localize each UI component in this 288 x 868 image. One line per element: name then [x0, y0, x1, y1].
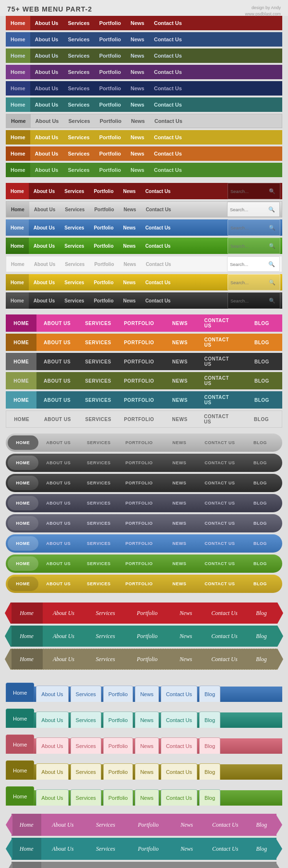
nav-home[interactable]: HOME: [6, 391, 36, 409]
nav-about[interactable]: About Us: [30, 32, 63, 47]
nav-contact[interactable]: Contact Us: [161, 763, 197, 780]
nav-services[interactable]: SERVICES: [78, 411, 119, 427]
nav-portfolio[interactable]: PORTFOLIO: [119, 435, 159, 450]
nav-about[interactable]: About Us: [36, 737, 68, 754]
nav-portfolio[interactable]: PORTFOLIO: [119, 314, 159, 332]
nav-contact[interactable]: Contact Us: [204, 603, 245, 624]
nav-contact[interactable]: Contact Us: [149, 97, 187, 112]
search-input[interactable]: [230, 207, 268, 212]
nav-services[interactable]: SERVICES: [79, 536, 119, 551]
nav-about[interactable]: About Us: [30, 65, 63, 79]
nav-contact[interactable]: Contact Us: [204, 814, 247, 836]
nav-about[interactable]: About Us: [41, 862, 84, 868]
nav-services[interactable]: SERVICES: [79, 556, 119, 571]
nav-home[interactable]: HOME: [6, 372, 36, 389]
nav-home[interactable]: HOME: [6, 314, 36, 332]
nav-services[interactable]: Services: [60, 219, 89, 236]
nav-blog[interactable]: Blog: [245, 626, 277, 647]
nav-portfolio[interactable]: PORTFOLIO: [119, 391, 159, 409]
nav-about[interactable]: ABOUT US: [38, 496, 79, 510]
nav-news[interactable]: News: [168, 649, 204, 669]
nav-home[interactable]: Home: [12, 814, 41, 836]
nav-portfolio[interactable]: PORTFOLIO: [119, 456, 159, 470]
nav-contact[interactable]: CONTACT US: [200, 516, 240, 530]
nav-services[interactable]: Services: [63, 163, 94, 177]
nav-services[interactable]: Services: [63, 16, 94, 30]
nav-contact[interactable]: Contact Us: [149, 16, 187, 30]
nav-about[interactable]: About Us: [43, 649, 84, 669]
nav-services[interactable]: Services: [63, 130, 94, 145]
nav-services[interactable]: Services: [63, 48, 94, 63]
nav-about[interactable]: ABOUT US: [36, 334, 77, 351]
nav-news[interactable]: News: [119, 274, 141, 290]
nav-news[interactable]: News: [169, 814, 204, 836]
nav-about[interactable]: About Us: [30, 16, 63, 30]
nav-blog[interactable]: BLOG: [241, 411, 282, 427]
nav-home[interactable]: Home: [6, 274, 29, 290]
nav-home[interactable]: Home: [6, 256, 29, 272]
nav-about[interactable]: ABOUT US: [36, 353, 77, 370]
nav-about[interactable]: About Us: [29, 274, 60, 290]
nav-about[interactable]: About Us: [29, 256, 60, 272]
nav-blog[interactable]: BLOG: [241, 391, 282, 409]
nav-services[interactable]: SERVICES: [79, 496, 119, 510]
nav-news[interactable]: News: [135, 737, 159, 754]
nav-blog[interactable]: BLOG: [241, 334, 282, 351]
nav-portfolio[interactable]: PORTFOLIO: [119, 476, 159, 490]
nav-services[interactable]: Services: [60, 202, 89, 217]
nav-home[interactable]: Home: [6, 735, 34, 754]
nav-home[interactable]: HOME: [8, 496, 38, 510]
nav-portfolio[interactable]: PORTFOLIO: [119, 496, 159, 510]
nav-home[interactable]: Home: [6, 238, 29, 254]
nav-about[interactable]: ABOUT US: [36, 314, 77, 332]
nav-blog[interactable]: BLOG: [240, 456, 280, 470]
nav-about[interactable]: About Us: [30, 48, 63, 63]
search-input[interactable]: [230, 262, 268, 267]
nav-services[interactable]: Services: [71, 711, 101, 728]
nav-news[interactable]: NEWS: [159, 536, 200, 551]
nav-services[interactable]: Services: [71, 763, 101, 780]
nav-about[interactable]: About Us: [29, 238, 60, 254]
nav-news[interactable]: News: [126, 48, 149, 63]
nav-services[interactable]: Services: [63, 97, 94, 112]
nav-contact[interactable]: Contact Us: [141, 274, 176, 290]
nav-home[interactable]: Home: [6, 292, 29, 309]
nav-contact[interactable]: Contact Us: [204, 838, 247, 860]
nav-home[interactable]: HOME: [8, 556, 38, 571]
nav-services[interactable]: SERVICES: [78, 334, 119, 351]
nav-portfolio[interactable]: Portfolio: [127, 838, 169, 860]
nav-about[interactable]: About Us: [30, 81, 63, 96]
nav-home[interactable]: Home: [6, 130, 30, 145]
nav-blog[interactable]: BLOG: [240, 577, 280, 591]
nav-home[interactable]: HOME: [8, 577, 38, 591]
nav-portfolio[interactable]: Portfolio: [127, 814, 169, 836]
nav-about[interactable]: About Us: [29, 183, 60, 199]
nav-contact[interactable]: Contact Us: [149, 146, 187, 161]
nav-portfolio[interactable]: Portfolio: [95, 32, 126, 47]
nav-contact[interactable]: CONTACT US: [200, 556, 240, 571]
nav-about[interactable]: ABOUT US: [38, 476, 79, 490]
nav-home[interactable]: Home: [6, 709, 34, 728]
nav-portfolio[interactable]: Portfolio: [89, 292, 118, 309]
nav-portfolio[interactable]: Portfolio: [95, 65, 126, 79]
nav-blog[interactable]: BLOG: [241, 353, 282, 370]
nav-contact[interactable]: Contact Us: [161, 737, 197, 754]
nav-blog[interactable]: Blog: [245, 603, 277, 624]
nav-portfolio[interactable]: PORTFOLIO: [119, 372, 159, 389]
nav-portfolio[interactable]: PORTFOLIO: [119, 334, 159, 351]
nav-news[interactable]: News: [135, 711, 159, 728]
nav-about[interactable]: ABOUT US: [38, 536, 79, 551]
nav-portfolio[interactable]: Portfolio: [126, 649, 168, 669]
nav-contact[interactable]: CONTACT US: [200, 577, 240, 591]
nav-portfolio[interactable]: PORTFOLIO: [119, 411, 159, 427]
nav-home[interactable]: Home: [6, 760, 34, 780]
nav-news[interactable]: NEWS: [159, 496, 200, 510]
nav-about[interactable]: ABOUT US: [38, 516, 79, 530]
nav-contact[interactable]: CONTACT US: [200, 372, 241, 389]
nav-services[interactable]: Services: [71, 737, 101, 754]
nav-about[interactable]: About Us: [36, 711, 68, 728]
nav-blog[interactable]: BLOG: [240, 556, 280, 571]
nav-blog[interactable]: Blog: [199, 763, 220, 780]
nav-news[interactable]: NEWS: [159, 314, 200, 332]
nav-home[interactable]: Home: [6, 114, 31, 128]
